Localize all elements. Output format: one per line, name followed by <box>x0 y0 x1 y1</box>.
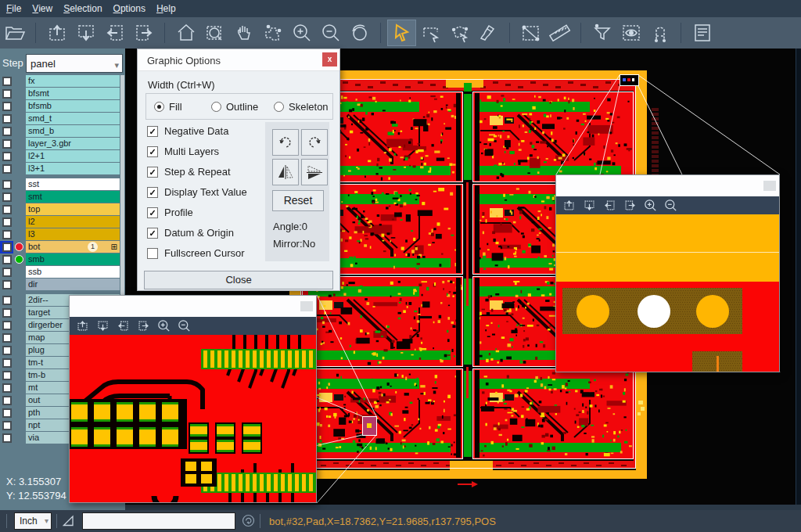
select-polygon-button[interactable] <box>445 20 474 46</box>
layer-checkbox[interactable] <box>2 280 12 289</box>
reset-button[interactable]: Reset <box>272 190 324 211</box>
open-file-button[interactable] <box>0 20 29 46</box>
layer-name[interactable]: ssb <box>26 266 120 278</box>
menu-file[interactable]: File <box>6 3 21 14</box>
import-top-button[interactable] <box>42 20 71 46</box>
layer-name[interactable]: smd_t <box>26 113 120 124</box>
mirror-vertical-button[interactable] <box>301 159 328 185</box>
layer-name[interactable]: dir <box>26 279 120 290</box>
layer-checkbox[interactable] <box>2 205 12 214</box>
checkbox-step-repeat[interactable]: ✓Step & Repeat <box>147 166 231 178</box>
layer-checkbox[interactable] <box>2 296 12 305</box>
layer-name[interactable]: l3 <box>26 228 120 240</box>
measure-button[interactable] <box>516 20 545 46</box>
zoom-in-icon[interactable] <box>644 199 657 212</box>
layer-checkbox[interactable] <box>2 371 12 380</box>
layer-active-dot[interactable] <box>15 255 23 264</box>
layer-grid-icon[interactable]: ⊞ <box>111 243 117 252</box>
layer-checkbox[interactable] <box>2 358 12 368</box>
zoom-window-right-title-bar[interactable] <box>556 175 779 196</box>
home-view-button[interactable] <box>171 20 200 46</box>
layer-name[interactable]: bot1⊞ <box>26 241 120 253</box>
checkbox-box[interactable]: ✓ <box>147 228 158 239</box>
checkbox-box[interactable]: ✓ <box>147 207 158 218</box>
layer-checkbox[interactable] <box>2 321 12 330</box>
layer-checkbox[interactable] <box>2 217 12 227</box>
layer-name[interactable]: layer_3.gbr <box>26 138 120 149</box>
layer-checkbox[interactable] <box>2 346 12 355</box>
layer-name[interactable]: smb <box>26 253 120 265</box>
radio-fill[interactable]: Fill <box>154 101 182 113</box>
zoom-in-button[interactable] <box>287 20 316 46</box>
layer-checkbox[interactable] <box>2 114 12 124</box>
layer-name[interactable]: bfsmb <box>26 100 120 112</box>
layer-checkbox[interactable] <box>2 152 12 161</box>
checkbox-box[interactable] <box>147 248 158 259</box>
zoom-out-button[interactable] <box>316 20 345 46</box>
import-bottom-button[interactable] <box>71 20 100 46</box>
command-input[interactable] <box>82 512 235 530</box>
zoom-window-button[interactable] <box>200 20 229 46</box>
checkbox-multi-layers[interactable]: ✓Multi Layers <box>147 146 219 157</box>
radio-circle[interactable] <box>154 102 164 112</box>
import-right-button[interactable] <box>129 20 158 46</box>
layer-checkbox[interactable] <box>2 139 12 149</box>
zoom-window-right-button[interactable] <box>763 181 776 191</box>
layer-name[interactable]: fx <box>26 75 120 87</box>
zoom-previous-button[interactable] <box>345 20 374 46</box>
filter-button[interactable] <box>587 20 616 46</box>
menu-options[interactable]: Options <box>113 3 145 14</box>
pan-up-icon[interactable] <box>562 199 576 212</box>
select-cursor-button[interactable] <box>387 20 416 46</box>
mirror-horizontal-button[interactable] <box>272 159 299 185</box>
layer-name[interactable]: sst <box>26 178 120 190</box>
layer-checkbox[interactable] <box>2 77 12 86</box>
checkbox-fullscreen-cursor[interactable]: Fullscreen Cursor <box>147 247 245 259</box>
pan-down-icon[interactable] <box>583 199 596 212</box>
zoom-window-right-view[interactable] <box>556 214 779 372</box>
zoom-window-left-button[interactable] <box>300 301 313 311</box>
menu-view[interactable]: View <box>32 3 52 14</box>
layer-checkbox[interactable] <box>2 268 12 277</box>
vertical-scrollbar[interactable] <box>796 49 801 505</box>
checkbox-box[interactable]: ✓ <box>147 187 158 198</box>
menu-help[interactable]: Help <box>156 3 176 14</box>
radio-circle[interactable] <box>274 102 284 112</box>
pan-left-icon[interactable] <box>117 319 130 332</box>
radio-skeleton[interactable]: Skeleton <box>274 101 329 113</box>
layer-checkbox[interactable] <box>2 308 12 318</box>
refresh-icon[interactable] <box>242 514 255 530</box>
layer-name[interactable]: smd_b <box>26 125 120 137</box>
layer-checkbox[interactable] <box>2 333 12 343</box>
dialog-close-icon[interactable]: x <box>322 52 337 66</box>
pan-down-icon[interactable] <box>96 319 110 332</box>
close-button[interactable]: Close <box>144 271 333 289</box>
checkbox-profile[interactable]: ✓Profile <box>147 207 193 218</box>
layer-name[interactable]: l2+1 <box>26 150 120 162</box>
layer-checkbox[interactable] <box>2 421 12 430</box>
layer-checkbox[interactable] <box>2 102 12 111</box>
layer-checkbox[interactable] <box>2 89 12 99</box>
layer-name[interactable]: l2 <box>26 216 120 228</box>
menu-selection[interactable]: Selection <box>63 3 102 14</box>
pan-up-icon[interactable] <box>76 319 89 332</box>
layer-checkbox[interactable] <box>2 164 12 174</box>
select-rect-button[interactable] <box>416 20 445 46</box>
brush-button[interactable] <box>474 20 503 46</box>
layer-name[interactable]: bfsmt <box>26 88 120 99</box>
checkbox-box[interactable]: ✓ <box>147 126 158 137</box>
layer-checkbox[interactable] <box>2 192 12 202</box>
radio-circle[interactable] <box>211 102 221 112</box>
pan-hand-button[interactable] <box>229 20 258 46</box>
pan-right-icon[interactable] <box>137 319 150 332</box>
pan-right-icon[interactable] <box>623 199 637 212</box>
unit-select[interactable]: Inch ▾ <box>14 512 52 530</box>
view-box-button[interactable] <box>616 20 645 46</box>
checkbox-box[interactable]: ✓ <box>147 146 158 157</box>
layer-checkbox[interactable] <box>2 180 12 189</box>
layer-checkbox[interactable] <box>2 127 12 136</box>
layer-checkbox[interactable] <box>2 230 12 239</box>
zoom-window-left-title-bar[interactable] <box>70 296 316 317</box>
checkbox-display-text-value[interactable]: ✓Display Text Value <box>147 186 247 198</box>
angle-measure-icon[interactable] <box>63 515 76 530</box>
